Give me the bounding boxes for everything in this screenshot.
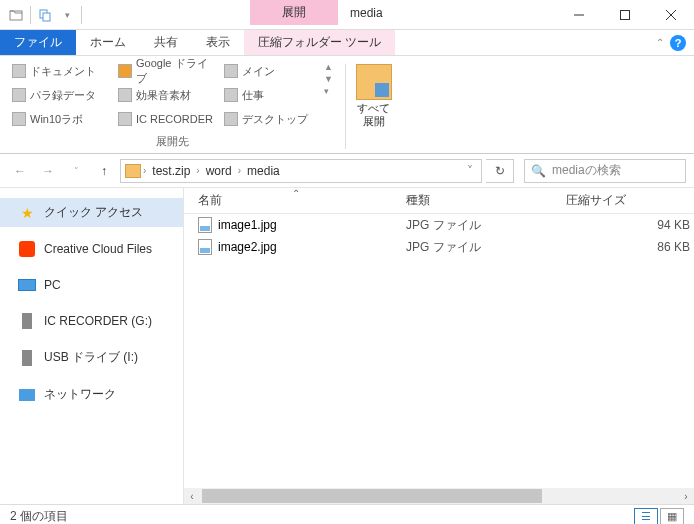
group-label-destinations: 展開先	[10, 134, 335, 149]
status-bar: 2 個の項目 ☰ ▦	[0, 504, 694, 524]
minimize-button[interactable]	[556, 0, 602, 30]
svg-rect-0	[10, 11, 22, 20]
scroll-right-icon[interactable]: ›	[678, 491, 694, 502]
scrollbar-thumb[interactable]	[202, 489, 542, 503]
sidebar-item-network[interactable]: ネットワーク	[0, 380, 183, 409]
dest-win10[interactable]: Win10ラボ	[10, 108, 110, 130]
crumb-media[interactable]: media	[243, 164, 284, 178]
context-tab-header: 展開	[250, 0, 338, 25]
dest-desktop[interactable]: デスクトップ	[222, 108, 322, 130]
scroll-left-icon[interactable]: ‹	[184, 491, 200, 502]
chevron-right-icon[interactable]: ›	[196, 165, 199, 176]
dest-sfx[interactable]: 効果音素材	[116, 84, 216, 106]
tab-home[interactable]: ホーム	[76, 30, 140, 55]
network-icon	[18, 387, 36, 403]
image-file-icon	[198, 239, 212, 255]
horizontal-scrollbar[interactable]: ‹ ›	[184, 488, 694, 504]
search-placeholder: mediaの検索	[552, 162, 621, 179]
maximize-button[interactable]	[602, 0, 648, 30]
dest-documents[interactable]: ドキュメント	[10, 60, 110, 82]
sidebar-item-pc[interactable]: PC	[0, 271, 183, 299]
search-icon: 🔍	[531, 164, 546, 178]
svg-rect-2	[43, 13, 50, 21]
file-row[interactable]: image2.jpg JPG ファイル 86 KB	[184, 236, 694, 258]
quick-access-toolbar: ▾	[0, 0, 90, 29]
help-icon[interactable]: ?	[670, 35, 686, 51]
icons-view-button[interactable]: ▦	[660, 508, 684, 525]
folder-icon	[125, 164, 141, 178]
recent-dropdown-icon[interactable]: ˅	[64, 159, 88, 183]
title-bar: ▾ 展開 media	[0, 0, 694, 30]
sidebar-item-ic-recorder[interactable]: IC RECORDER (G:)	[0, 307, 183, 335]
sort-indicator-icon: ⌃	[292, 188, 300, 199]
ribbon: ドキュメント Google ドライブ メイン パラ録データ 効果音素材 仕事 W…	[0, 56, 694, 154]
dest-para[interactable]: パラ録データ	[10, 84, 110, 106]
search-input[interactable]: 🔍 mediaの検索	[524, 159, 686, 183]
column-headers: 名前 種類 圧縮サイズ	[184, 188, 694, 214]
address-row: ← → ˅ ↑ › test.zip › word › media ˅ ↻ 🔍 …	[0, 154, 694, 188]
file-row[interactable]: image1.jpg JPG ファイル 94 KB	[184, 214, 694, 236]
address-bar[interactable]: › test.zip › word › media ˅	[120, 159, 482, 183]
separator	[81, 6, 82, 24]
window-controls	[556, 0, 694, 29]
dest-rec[interactable]: IC RECORDER	[116, 108, 216, 130]
ribbon-separator	[345, 64, 346, 149]
ribbon-group-destinations: ドキュメント Google ドライブ メイン パラ録データ 効果音素材 仕事 W…	[10, 60, 335, 153]
tab-view[interactable]: 表示	[192, 30, 244, 55]
dest-scroll[interactable]: ▲▼▾	[322, 60, 335, 98]
back-button[interactable]: ←	[8, 159, 32, 183]
chevron-right-icon[interactable]: ›	[143, 165, 146, 176]
sidebar-item-usb[interactable]: USB ドライブ (I:)	[0, 343, 183, 372]
image-file-icon	[198, 217, 212, 233]
star-icon: ★	[18, 205, 36, 221]
file-list-area: ⌃ 名前 種類 圧縮サイズ image1.jpg JPG ファイル 94 KB …	[184, 188, 694, 504]
tab-file[interactable]: ファイル	[0, 30, 76, 55]
dest-main[interactable]: メイン	[222, 60, 322, 82]
folder-icon[interactable]	[8, 7, 24, 23]
qa-dropdown-icon[interactable]: ▾	[59, 7, 75, 23]
extract-all-button[interactable]: すべて 展開	[356, 60, 392, 153]
crumb-zip[interactable]: test.zip	[148, 164, 194, 178]
help-area: ⌃ ?	[656, 30, 694, 55]
extract-all-icon	[356, 64, 392, 100]
dest-work[interactable]: 仕事	[222, 84, 322, 106]
tab-compressed-tools[interactable]: 圧縮フォルダー ツール	[244, 30, 395, 55]
creative-cloud-icon	[18, 241, 36, 257]
details-view-button[interactable]: ☰	[634, 508, 658, 525]
crumb-word[interactable]: word	[202, 164, 236, 178]
chevron-right-icon[interactable]: ›	[238, 165, 241, 176]
pc-icon	[18, 277, 36, 293]
status-item-count: 2 個の項目	[10, 508, 68, 524]
column-header-size[interactable]: 圧縮サイズ	[556, 192, 694, 209]
navigation-pane: ★クイック アクセス Creative Cloud Files PC IC RE…	[0, 188, 184, 504]
address-dropdown-icon[interactable]: ˅	[463, 164, 477, 178]
dest-gdrive[interactable]: Google ドライブ	[116, 60, 216, 82]
drive-icon	[18, 313, 36, 329]
copy-icon[interactable]	[37, 7, 53, 23]
ribbon-tabs: ファイル ホーム 共有 表示 圧縮フォルダー ツール ⌃ ?	[0, 30, 694, 56]
sidebar-item-creative-cloud[interactable]: Creative Cloud Files	[0, 235, 183, 263]
usb-drive-icon	[18, 350, 36, 366]
forward-button[interactable]: →	[36, 159, 60, 183]
tab-share[interactable]: 共有	[140, 30, 192, 55]
sidebar-item-quick-access[interactable]: ★クイック アクセス	[0, 198, 183, 227]
separator	[30, 6, 31, 24]
view-toggles: ☰ ▦	[634, 508, 684, 525]
window-title: media	[338, 0, 395, 29]
up-button[interactable]: ↑	[92, 159, 116, 183]
ribbon-collapse-icon[interactable]: ⌃	[656, 37, 664, 48]
svg-rect-4	[621, 11, 630, 20]
column-header-type[interactable]: 種類	[406, 192, 556, 209]
refresh-button[interactable]: ↻	[486, 159, 514, 183]
content-area: ★クイック アクセス Creative Cloud Files PC IC RE…	[0, 188, 694, 504]
close-button[interactable]	[648, 0, 694, 30]
